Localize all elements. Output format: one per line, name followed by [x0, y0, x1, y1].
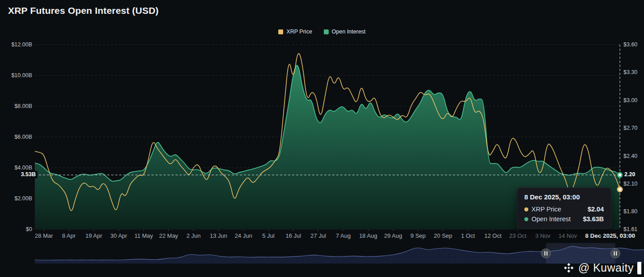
- open-interest-dot-icon: [524, 217, 528, 221]
- x-tick-label: 12 Oct: [485, 232, 502, 239]
- y-right-tick-label: $2.40: [623, 153, 637, 160]
- x-tick-label: 27 Jul: [310, 232, 326, 239]
- x-tick-label: 13 Jun: [210, 232, 227, 239]
- x-tick-label: 11 May: [134, 232, 153, 239]
- y-left-tick-label: $10.00B: [0, 72, 32, 79]
- range-navigator[interactable]: [0, 243, 644, 264]
- watermark: @ Kuwaity: [563, 261, 641, 274]
- navigator-handle-right-grip-icon: [614, 251, 615, 256]
- x-tick-label: 19 Apr: [85, 232, 102, 239]
- y-left-tick-label: $12.00B: [0, 41, 32, 48]
- crosshair-date-label: 8 Dec 2025, 03:00: [583, 232, 637, 240]
- xrp-price-dot-icon: [524, 207, 528, 211]
- x-tick-label: 9 Sep: [410, 232, 426, 239]
- navigator-handle-left[interactable]: [541, 249, 551, 258]
- left-axis-marker: 3.53B: [11, 171, 38, 178]
- y-left-tick-label: $6.00B: [0, 133, 32, 141]
- x-tick-label: 8 Apr: [62, 232, 75, 239]
- binance-logo-icon: [563, 262, 575, 274]
- x-tick-label: 14 Nov: [559, 232, 577, 239]
- x-tick-label: 2 Jun: [187, 232, 201, 239]
- x-tick-label: 7 Aug: [336, 232, 351, 239]
- navigator-handle-right[interactable]: [611, 249, 620, 258]
- y-left-tick-label: $4.00B: [0, 164, 32, 171]
- x-tick-label: 23 Oct: [509, 232, 526, 239]
- x-tick-label: 24 Jun: [235, 232, 252, 239]
- x-tick-label: 28 Mar: [35, 232, 53, 239]
- y-right-tick-label: $3.30: [623, 69, 637, 76]
- tooltip: 8 Dec 2025, 03:00 XRP Price $2.04 Open I…: [517, 187, 611, 229]
- navigator-handle-left-grip-icon: [547, 251, 548, 256]
- tooltip-row-price: XRP Price $2.04: [524, 206, 604, 213]
- tooltip-value: $3.63B: [583, 215, 604, 223]
- tooltip-label: Open Interest: [531, 215, 571, 223]
- navigator-selection[interactable]: [546, 243, 615, 264]
- tooltip-row-open-interest: Open Interest $3.63B: [524, 215, 604, 223]
- x-tick-label: 16 Jul: [285, 232, 301, 239]
- tooltip-value: $2.04: [588, 206, 604, 213]
- tooltip-date: 8 Dec 2025, 03:00: [524, 193, 604, 201]
- navigator-handle-left-grip-icon: [544, 251, 545, 256]
- y-right-tick-label: $3.60: [623, 41, 637, 48]
- x-tick-label: 22 May: [159, 232, 178, 239]
- x-tick-label: 3 Nov: [535, 232, 550, 239]
- y-right-tick-label: $1.80: [623, 208, 637, 215]
- x-tick-label: 5 Jul: [262, 232, 274, 239]
- y-left-tick-label: $0: [0, 226, 32, 233]
- cutoff-element: [637, 262, 641, 274]
- x-tick-label: 20 Sep: [434, 232, 452, 239]
- y-left-tick-label: $8.00B: [0, 103, 32, 110]
- watermark-handle: @ Kuwaity: [578, 261, 634, 274]
- chart-panel: XRP Futures Open Interest (USD) XRP Pric…: [0, 0, 644, 277]
- tooltip-label: XRP Price: [531, 206, 561, 213]
- x-tick-label: 29 Aug: [384, 232, 402, 239]
- right-axis-marker: 2.20: [623, 171, 637, 178]
- y-right-tick-label: $3.00: [623, 97, 637, 104]
- x-tick-label: 18 Aug: [359, 232, 377, 239]
- x-tick-label: 1 Oct: [461, 232, 475, 239]
- y-left-tick-label: $2.00B: [0, 195, 32, 202]
- y-right-tick-label: $2.10: [623, 180, 637, 187]
- navigator-handle-right-grip-icon: [616, 251, 617, 256]
- y-right-tick-label: $2.70: [623, 124, 637, 132]
- x-tick-label: 30 Apr: [110, 232, 127, 239]
